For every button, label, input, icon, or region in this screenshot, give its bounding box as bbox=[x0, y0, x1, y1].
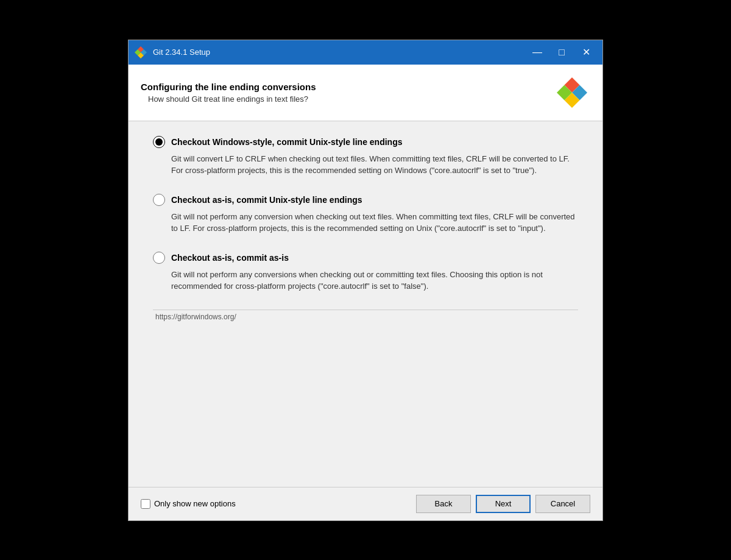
header-title: Configuring the line ending conversions bbox=[141, 82, 316, 92]
maximize-button[interactable]: □ bbox=[550, 43, 573, 62]
footer: Only show new options Back Next Cancel bbox=[129, 487, 602, 520]
titlebar-title: Git 2.34.1 Setup bbox=[153, 48, 526, 57]
option-2: Checkout as-is, commit Unix-style line e… bbox=[153, 194, 578, 235]
close-button[interactable]: ✕ bbox=[574, 43, 598, 62]
git-logo bbox=[554, 74, 590, 111]
url-bar: https://gitforwindows.org/ bbox=[153, 310, 578, 326]
next-button[interactable]: Next bbox=[476, 495, 531, 513]
minimize-button[interactable]: — bbox=[526, 43, 549, 62]
footer-buttons: Back Next Cancel bbox=[416, 495, 590, 513]
option-2-label-row[interactable]: Checkout as-is, commit Unix-style line e… bbox=[153, 194, 578, 206]
radio-option-3[interactable] bbox=[153, 252, 165, 264]
titlebar: Git 2.34.1 Setup — □ ✕ bbox=[129, 40, 602, 65]
header-subtitle: How should Git treat line endings in tex… bbox=[148, 94, 316, 104]
option-2-title: Checkout as-is, commit Unix-style line e… bbox=[171, 195, 362, 205]
option-1-title: Checkout Windows-style, commit Unix-styl… bbox=[171, 137, 403, 147]
footer-left: Only show new options bbox=[141, 499, 236, 509]
setup-window: Git 2.34.1 Setup — □ ✕ Configuring the l… bbox=[128, 40, 603, 521]
option-3-label-row[interactable]: Checkout as-is, commit as-is bbox=[153, 252, 578, 264]
option-2-desc: Git will not perform any conversion when… bbox=[171, 211, 578, 235]
header-area: Configuring the line ending conversions … bbox=[129, 65, 602, 121]
option-1-label-row[interactable]: Checkout Windows-style, commit Unix-styl… bbox=[153, 136, 578, 148]
option-1-desc: Git will convert LF to CRLF when checkin… bbox=[171, 153, 578, 177]
show-new-options-label[interactable]: Only show new options bbox=[141, 499, 236, 509]
show-new-options-checkbox[interactable] bbox=[141, 499, 150, 509]
radio-option-1[interactable] bbox=[153, 136, 165, 148]
back-button[interactable]: Back bbox=[416, 495, 471, 513]
titlebar-controls: — □ ✕ bbox=[526, 43, 598, 62]
content-area: Checkout Windows-style, commit Unix-styl… bbox=[129, 121, 602, 487]
titlebar-icon bbox=[133, 45, 148, 60]
show-new-options-text: Only show new options bbox=[154, 499, 236, 508]
option-1: Checkout Windows-style, commit Unix-styl… bbox=[153, 136, 578, 177]
option-3: Checkout as-is, commit as-is Git will no… bbox=[153, 252, 578, 292]
cancel-button[interactable]: Cancel bbox=[535, 495, 590, 513]
option-3-desc: Git will not perform any conversions whe… bbox=[171, 269, 578, 292]
header-text: Configuring the line ending conversions … bbox=[141, 82, 316, 104]
radio-option-2[interactable] bbox=[153, 194, 165, 206]
option-3-title: Checkout as-is, commit as-is bbox=[171, 253, 289, 263]
